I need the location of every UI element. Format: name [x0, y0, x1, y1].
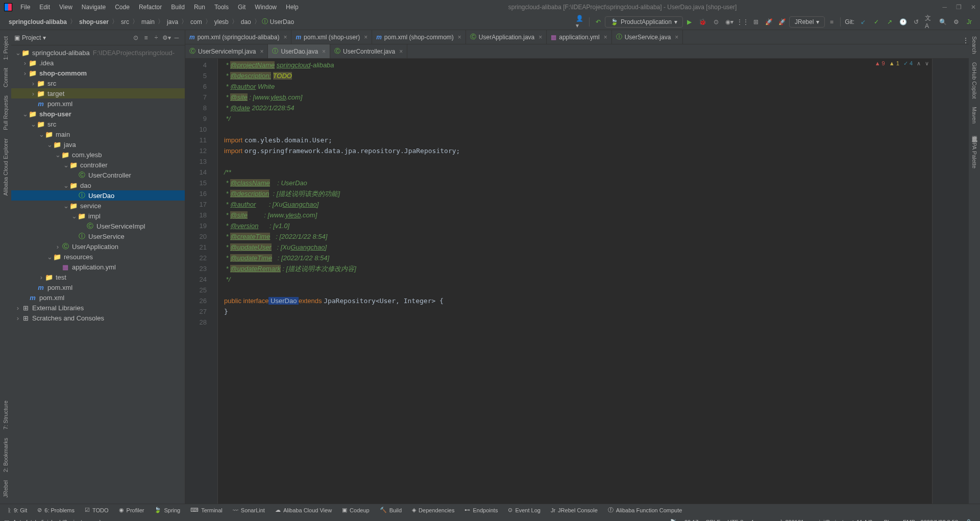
status-icon[interactable]: ▣: [4, 519, 9, 522]
tree-node[interactable]: ⒾUserDao: [11, 190, 185, 201]
btab-cloud[interactable]: ☁ Alibaba Cloud View: [272, 507, 335, 513]
menu-git[interactable]: Git: [234, 3, 250, 12]
jrebel-rocket-icon[interactable]: 🚀: [765, 17, 774, 27]
fold-gutter[interactable]: [211, 59, 218, 504]
git-history-icon[interactable]: 🕐: [898, 17, 908, 27]
side-tab-pull-requests[interactable]: Pull Requests: [2, 91, 10, 134]
tab-close-icon[interactable]: ×: [399, 48, 403, 55]
coverage-icon[interactable]: ⊙: [712, 17, 721, 27]
tree-node[interactable]: ›📁test: [11, 272, 185, 282]
status-delta[interactable]: ⬘ 11 Δ/0 ↓: [847, 519, 880, 522]
editor-tab[interactable]: mpom.xml (springcloud-alibaba)×: [185, 30, 291, 44]
run-config-dropdown[interactable]: 🍃ProductApplication▾: [605, 16, 683, 28]
tree-node[interactable]: ⌄📁controller: [11, 160, 185, 170]
prev-highlight-icon[interactable]: ∧: [917, 60, 921, 67]
tree-node[interactable]: ⌄📁service: [11, 201, 185, 211]
breadcrumb[interactable]: dao: [239, 18, 253, 26]
btab-jrebel-console[interactable]: Jr JRebel Console: [547, 507, 601, 513]
tab-close-icon[interactable]: ×: [538, 34, 542, 41]
tree-node[interactable]: ›⊞Scratches and Consoles: [11, 313, 185, 323]
breadcrumb[interactable]: shop-user: [78, 18, 110, 26]
breadcrumb[interactable]: springcloud-alibaba: [7, 18, 68, 26]
tree-node[interactable]: ⌄📁src: [11, 119, 185, 129]
breadcrumb[interactable]: ylesb: [213, 18, 230, 26]
tree-node[interactable]: ⌄📁impl: [11, 211, 185, 221]
side-tab-jrebel[interactable]: JRebel: [2, 476, 10, 502]
back-icon[interactable]: ↶: [594, 17, 603, 27]
menu-run[interactable]: Run: [190, 3, 209, 12]
status-eol[interactable]: CRLF: [702, 519, 724, 521]
search-icon[interactable]: 🔍: [938, 17, 947, 27]
weak-warning-count[interactable]: ✓ 4: [903, 60, 913, 67]
tree-node[interactable]: ⌄📁java: [11, 139, 185, 150]
status-indent[interactable]: 4 spaces: [747, 519, 776, 521]
editor-tab[interactable]: mpom.xml (shop-commom)×: [372, 30, 466, 44]
menu-view[interactable]: View: [55, 3, 77, 12]
tree-node[interactable]: ›📁target: [11, 88, 185, 98]
status-position[interactable]: 26:17: [681, 519, 702, 521]
editor-tab[interactable]: ⒾUserService.java×: [612, 30, 683, 44]
git-rollback-icon[interactable]: ↺: [912, 17, 921, 27]
btab-todo[interactable]: ☑ TODO: [81, 507, 112, 513]
tree-node[interactable]: ⌄📁com.ylesb: [11, 150, 185, 160]
tree-node[interactable]: ⌄📁resources: [11, 252, 185, 262]
status-lock-icon[interactable]: 🔒: [962, 519, 976, 522]
tab-close-icon[interactable]: ×: [322, 48, 326, 55]
tab-close-icon[interactable]: ×: [364, 34, 368, 41]
btab-terminal[interactable]: ⌨ Terminal: [187, 507, 226, 513]
minimap[interactable]: [932, 59, 969, 504]
menu-navigate[interactable]: Navigate: [78, 3, 110, 12]
run-icon[interactable]: ▶: [685, 17, 694, 27]
breadcrumb-current[interactable]: ⒾUserDao: [262, 17, 294, 26]
menu-tools[interactable]: Tools: [210, 3, 233, 12]
tree-node[interactable]: ⒾUserService: [11, 231, 185, 241]
status-rss-icon[interactable]: 📡: [667, 519, 681, 522]
btab-build[interactable]: 🔨 Build: [376, 507, 405, 513]
side-tab-jpa[interactable]: JPA Palette: [970, 136, 978, 172]
tree-node[interactable]: ⌄📁main: [11, 129, 185, 139]
menu-edit[interactable]: Edit: [35, 3, 54, 12]
close-icon[interactable]: ✕: [971, 4, 976, 11]
tree-node[interactable]: ›📁shop-commom: [11, 68, 185, 78]
hide-icon[interactable]: ─: [172, 33, 182, 43]
tree-node[interactable]: ›📁src: [11, 78, 185, 88]
settings-icon[interactable]: ⚙▾: [161, 33, 172, 43]
side-tab-bookmarks[interactable]: 2: Bookmarks: [2, 434, 10, 476]
status-branch[interactable]: ᚱ 220121_xgc_initProject: [776, 519, 847, 521]
tree-node[interactable]: ⌄📁shop-user: [11, 109, 185, 119]
editor-tab[interactable]: ▦application.yml×: [547, 30, 611, 44]
warning-count[interactable]: ▲ 1: [889, 60, 899, 67]
stop-icon[interactable]: ■: [827, 17, 836, 27]
project-panel-title[interactable]: ▣ Project ▾: [14, 34, 131, 41]
tree-node[interactable]: mpom.xml: [11, 292, 185, 303]
tree-node[interactable]: ›⊞External Libraries: [11, 303, 185, 313]
jrebel-debug-icon[interactable]: 🚀: [778, 17, 787, 27]
menu-build[interactable]: Build: [167, 3, 189, 12]
btab-deps[interactable]: ◈ Dependencies: [408, 507, 458, 513]
minimize-icon[interactable]: ─: [942, 4, 947, 11]
menu-refactor[interactable]: Refactor: [135, 3, 166, 12]
tree-node[interactable]: mpom.xml: [11, 98, 185, 109]
side-tab-project[interactable]: 1: Project: [2, 32, 10, 64]
tab-close-icon[interactable]: ×: [260, 48, 263, 55]
side-tab-cloud-explorer[interactable]: Alibaba Cloud Explorer: [2, 134, 10, 200]
tree-node[interactable]: ⒸUserController: [11, 170, 185, 180]
tab-close-icon[interactable]: ×: [604, 34, 607, 41]
translate-icon[interactable]: 文A: [925, 17, 934, 27]
collapse-all-icon[interactable]: ÷: [151, 33, 161, 43]
project-tree[interactable]: ⌄📁springcloud-alibabaF:\IDEAProject\spri…: [11, 45, 185, 504]
btab-profiler[interactable]: ◉ Profiler: [115, 507, 148, 513]
code-editor[interactable]: * @projectName springcloud-alibaba * @de…: [218, 59, 932, 504]
profile-icon[interactable]: ◉▾: [725, 17, 734, 27]
breadcrumb[interactable]: java: [165, 18, 180, 26]
editor-tab[interactable]: ⒾUserDao.java×: [268, 44, 330, 58]
menu-code[interactable]: Code: [111, 3, 134, 12]
tree-node[interactable]: ⌄📁springcloud-alibabaF:\IDEAProject\spri…: [11, 47, 185, 58]
select-opened-icon[interactable]: ⊙: [131, 33, 141, 43]
inspections-widget[interactable]: ▲ 9 ▲ 1 ✓ 4 ∧ ∨: [875, 60, 929, 67]
editor-tab[interactable]: ⒸUserApplication.java×: [466, 30, 547, 44]
tree-node[interactable]: mpom.xml: [11, 282, 185, 292]
menu-window[interactable]: Window: [251, 3, 281, 12]
tab-close-icon[interactable]: ×: [675, 34, 678, 41]
btab-codeup[interactable]: ▣ Codeup: [338, 507, 373, 513]
